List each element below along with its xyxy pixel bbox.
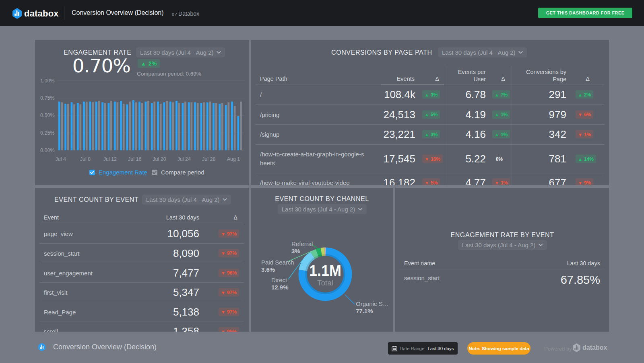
bar-compare-period[interactable] bbox=[160, 104, 162, 150]
bar-compare-period[interactable] bbox=[153, 102, 155, 150]
column-header-event-name[interactable]: Event name bbox=[404, 260, 435, 267]
triangle-up-icon: ▲ bbox=[578, 156, 582, 161]
column-header-events[interactable]: Events bbox=[397, 76, 415, 82]
panel-title: ENGAGEMENT RATE BY EVENT bbox=[450, 232, 554, 239]
bar-engagement-rate[interactable] bbox=[200, 103, 202, 150]
bar-compare-period[interactable] bbox=[141, 103, 143, 150]
bar-compare-period[interactable] bbox=[92, 102, 94, 150]
date-range-dropdown[interactable]: Last 30 days (Jul 4 - Aug 2) bbox=[142, 195, 231, 205]
bar-engagement-rate[interactable] bbox=[194, 102, 196, 150]
bar-engagement-rate[interactable] bbox=[120, 101, 122, 150]
bar-engagement-rate[interactable] bbox=[77, 103, 79, 150]
bar-engagement-rate[interactable] bbox=[213, 103, 215, 150]
bar-engagement-rate[interactable] bbox=[231, 102, 233, 150]
bar-engagement-rate[interactable] bbox=[138, 102, 140, 150]
column-header-page-path[interactable]: Page Path bbox=[260, 76, 287, 82]
checkbox-checked-icon[interactable] bbox=[152, 170, 157, 175]
bar-compare-period[interactable] bbox=[147, 101, 149, 150]
chevron-down-icon bbox=[223, 198, 227, 201]
bar-compare-period[interactable] bbox=[67, 104, 69, 150]
bar-compare-period[interactable] bbox=[123, 104, 125, 150]
column-header-event[interactable]: Event bbox=[44, 214, 59, 221]
column-header-delta[interactable]: Δ bbox=[501, 76, 505, 82]
bar-compare-period[interactable] bbox=[209, 102, 211, 150]
triangle-down-icon: ▼ bbox=[578, 112, 582, 117]
bar-engagement-rate[interactable] bbox=[95, 102, 97, 150]
brand-wordmark: databox bbox=[582, 344, 607, 351]
bar-engagement-rate[interactable] bbox=[101, 102, 103, 150]
panel-engagement-rate-by-event: ENGAGEMENT RATE BY EVENT Last 30 days (J… bbox=[395, 188, 609, 332]
bar-engagement-rate[interactable] bbox=[83, 102, 85, 150]
row-divider bbox=[39, 263, 244, 263]
triangle-up-icon: ▲ bbox=[495, 132, 499, 137]
bar-compare-period[interactable] bbox=[104, 103, 106, 150]
row-divider bbox=[256, 105, 605, 105]
bar-engagement-rate[interactable] bbox=[132, 100, 134, 150]
date-range-badge[interactable]: Date Range Last 30 days bbox=[388, 342, 458, 355]
bar-engagement-rate[interactable] bbox=[145, 102, 147, 150]
bar-engagement-rate[interactable] bbox=[225, 105, 227, 150]
bar-engagement-rate[interactable] bbox=[206, 102, 208, 150]
x-tick-label: Jul 16 bbox=[128, 156, 141, 162]
column-header-last-30-days[interactable]: Last 30 days bbox=[567, 260, 600, 267]
bar-engagement-rate[interactable] bbox=[163, 102, 165, 150]
bar-engagement-rate[interactable] bbox=[219, 104, 221, 150]
bar-compare-period[interactable] bbox=[110, 101, 112, 150]
x-tick-label: Jul 28 bbox=[202, 156, 215, 162]
bar-compare-period[interactable] bbox=[61, 102, 63, 150]
bar-compare-period[interactable] bbox=[215, 103, 217, 150]
date-range-dropdown[interactable]: Last 30 days (Jul 4 - Aug 2) bbox=[458, 240, 547, 250]
bar-compare-period[interactable] bbox=[172, 102, 174, 150]
event-count-value: 10,056 bbox=[167, 228, 199, 240]
bar-compare-period[interactable] bbox=[79, 105, 81, 150]
bar-engagement-rate[interactable] bbox=[89, 102, 91, 150]
bar-compare-period[interactable] bbox=[178, 103, 180, 150]
column-header-events-per-user[interactable]: Events per User bbox=[450, 68, 486, 83]
bar-compare-period[interactable] bbox=[129, 102, 131, 150]
bar-engagement-rate[interactable] bbox=[64, 104, 66, 150]
triangle-up-icon: ▲ bbox=[425, 132, 429, 137]
bar-compare-period[interactable] bbox=[190, 102, 192, 150]
bar-engagement-rate[interactable] bbox=[237, 116, 239, 150]
get-dashboard-button[interactable]: GET THIS DASHBOARD FOR FREE bbox=[538, 8, 632, 18]
column-header-conversions-by-page[interactable]: Conversions by Page bbox=[518, 68, 566, 83]
bar-compare-period[interactable] bbox=[73, 105, 75, 150]
bar-engagement-rate[interactable] bbox=[108, 103, 110, 150]
bar-engagement-rate[interactable] bbox=[157, 102, 159, 150]
column-header-delta[interactable]: Δ bbox=[586, 76, 590, 82]
bar-compare-period[interactable] bbox=[234, 106, 236, 150]
bar-compare-period[interactable] bbox=[116, 102, 118, 150]
checkbox-checked-icon[interactable] bbox=[89, 170, 95, 175]
date-range-dropdown[interactable]: Last 30 days (Jul 4 - Aug 2) bbox=[438, 47, 527, 57]
databox-logo[interactable]: databox bbox=[12, 8, 59, 19]
bar-compare-period[interactable] bbox=[184, 102, 186, 150]
databox-hexagon-icon bbox=[573, 343, 580, 352]
legend-item-engagement-rate[interactable]: Engagement Rate bbox=[89, 169, 147, 176]
slice-label-referral: Referral3% bbox=[291, 240, 313, 255]
bar-compare-period[interactable] bbox=[203, 102, 205, 150]
databox-footer-logo[interactable]: databox bbox=[573, 343, 607, 352]
column-header-last-30-days[interactable]: Last 30 days bbox=[166, 214, 199, 221]
bar-engagement-rate[interactable] bbox=[58, 102, 60, 150]
legend-item-compare-period[interactable]: Compare period bbox=[152, 169, 204, 176]
bar-engagement-rate[interactable] bbox=[169, 102, 171, 150]
bar-engagement-rate[interactable] bbox=[114, 102, 116, 150]
bar-engagement-rate[interactable] bbox=[188, 102, 190, 150]
bar-compare-period[interactable] bbox=[135, 102, 137, 150]
bar-engagement-rate[interactable] bbox=[151, 103, 153, 150]
column-header-delta[interactable]: Δ bbox=[435, 76, 439, 82]
panel-title: EVENT COUNT BY EVENT bbox=[54, 196, 138, 203]
bar-compare-period[interactable] bbox=[166, 101, 168, 150]
bar-compare-period[interactable] bbox=[240, 102, 242, 150]
triangle-up-icon: ▲ bbox=[495, 112, 499, 117]
bar-compare-period[interactable] bbox=[86, 102, 88, 150]
bar-compare-period[interactable] bbox=[227, 102, 229, 150]
bar-engagement-rate[interactable] bbox=[175, 101, 178, 150]
bar-engagement-rate[interactable] bbox=[182, 103, 184, 150]
bar-compare-period[interactable] bbox=[98, 101, 100, 150]
bar-engagement-rate[interactable] bbox=[71, 102, 73, 150]
bar-compare-period[interactable] bbox=[197, 103, 199, 150]
bar-compare-period[interactable] bbox=[221, 103, 223, 150]
column-header-delta[interactable]: Δ bbox=[233, 214, 237, 221]
bar-engagement-rate[interactable] bbox=[126, 105, 128, 150]
